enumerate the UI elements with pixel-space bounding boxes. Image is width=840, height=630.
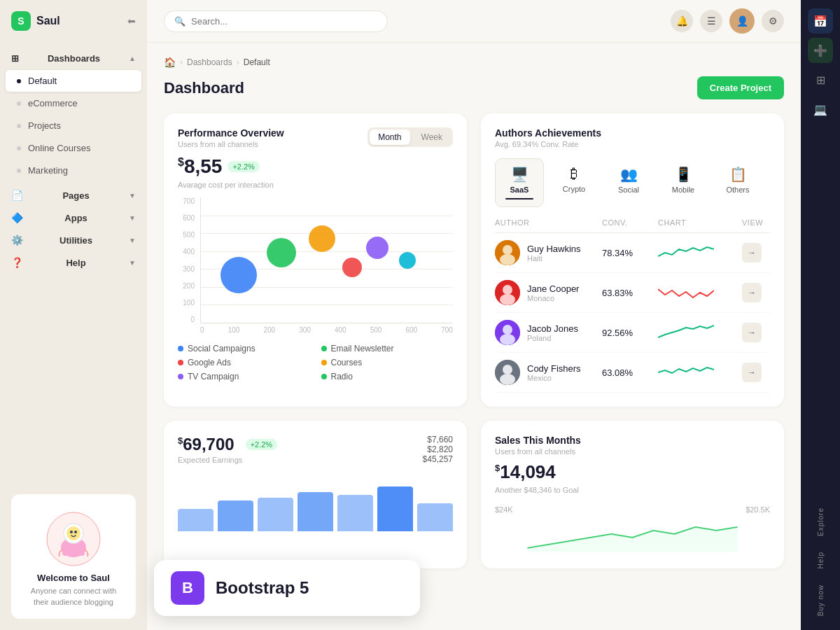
- settings-icon-btn[interactable]: ⚙: [762, 10, 784, 32]
- avatar-0: [495, 240, 520, 265]
- legend-email-newsletter: Email Newsletter: [321, 344, 454, 354]
- sidebar-nav: ⊞ Dashboards ▲ Default eCommerce Project…: [0, 42, 147, 483]
- pages-icon: 📄: [11, 190, 23, 201]
- help-icon: ❓: [11, 257, 23, 268]
- legend-courses: Courses: [321, 358, 454, 368]
- author-row-2: Jacob Jones Poland 92.56% →: [495, 313, 770, 353]
- search-input[interactable]: [191, 16, 377, 27]
- nav-group-header-dashboards[interactable]: ⊞ Dashboards ▲: [0, 48, 147, 69]
- bubble-email: [267, 238, 296, 267]
- earnings-badge: +2.2%: [246, 439, 278, 450]
- avatar-2: [495, 320, 520, 345]
- author-row-1: Jane Cooper Monaco 63.83% →: [495, 273, 770, 313]
- sidebar-item-ecommerce[interactable]: eCommerce: [6, 92, 141, 114]
- buy-now-label[interactable]: Buy now: [817, 579, 825, 622]
- chevron-icon: ▼: [129, 259, 136, 267]
- tab-others[interactable]: 📋 Others: [713, 158, 762, 207]
- earnings-card: $69,700 +2.2% Expected Earnings $7,660 $…: [164, 421, 467, 568]
- sidebar-item-online-courses[interactable]: Online Courses: [6, 137, 141, 159]
- sparkline-3: [658, 362, 714, 383]
- page-content: 🏠 › Dashboards › Default Dashboard Creat…: [147, 43, 801, 582]
- active-dot: [17, 79, 21, 83]
- earnings-number: $69,700: [178, 435, 234, 454]
- dot: [17, 102, 21, 106]
- view-btn-0[interactable]: →: [742, 243, 762, 262]
- svg-point-19: [500, 374, 515, 385]
- sparkline-0: [658, 242, 714, 263]
- nav-group-header-apps[interactable]: 🔷 Apps ▼: [0, 206, 147, 229]
- nav-group-header-pages[interactable]: 📄 Pages ▼: [0, 184, 147, 206]
- sidebar-item-default[interactable]: Default: [6, 70, 141, 92]
- sidebar-item-projects[interactable]: Projects: [6, 115, 141, 136]
- performance-card-header: Performance Overview Users from all chan…: [178, 127, 453, 148]
- tab-crypto[interactable]: ₿ Crypto: [550, 158, 598, 207]
- menu-icon-btn[interactable]: ☰: [700, 10, 722, 32]
- tab-social[interactable]: 👥 Social: [604, 158, 653, 207]
- sparkline-1: [658, 282, 714, 303]
- bubble-radio: [399, 252, 416, 269]
- chevron-icon: ▼: [129, 237, 136, 244]
- svg-point-10: [500, 254, 515, 265]
- tab-mobile[interactable]: 📱 Mobile: [659, 158, 708, 207]
- explore-label[interactable]: Explore: [817, 502, 825, 542]
- authors-title: Authors Achievements: [495, 127, 601, 139]
- bubble-chart-container: 700 600 500 400 300 200 100 0: [178, 197, 453, 334]
- author-row-3: Cody Fishers Mexico 63.08% →: [495, 353, 770, 393]
- notification-icon-btn[interactable]: 🔔: [671, 10, 693, 32]
- svg-point-16: [500, 334, 515, 345]
- dot: [17, 146, 21, 150]
- tab-month[interactable]: Month: [370, 130, 410, 145]
- sidebar: S Saul ⬅ ⊞ Dashboards ▲ Default eCommerc…: [0, 0, 147, 630]
- bubble-social: [220, 257, 257, 293]
- help-label[interactable]: Help: [817, 546, 825, 575]
- sidebar-logo: S: [11, 11, 31, 31]
- view-btn-3[interactable]: →: [742, 363, 762, 382]
- sales-goal: Another $48,346 to Goal: [495, 486, 770, 494]
- mobile-icon: 📱: [675, 166, 692, 183]
- bootstrap-title: Bootstrap 5: [216, 578, 309, 598]
- code-icon-btn[interactable]: 💻: [808, 97, 833, 122]
- sidebar-item-marketing[interactable]: Marketing: [6, 160, 141, 181]
- create-project-button[interactable]: Create Project: [697, 76, 784, 99]
- tab-saas[interactable]: 🖥️ SaaS: [495, 158, 544, 207]
- welcome-card: Welcome to Saul Anyone can connect with …: [11, 494, 136, 619]
- svg-point-13: [500, 294, 515, 305]
- tab-week[interactable]: Week: [413, 130, 451, 145]
- performance-tab-group: Month Week: [368, 127, 453, 147]
- apps-icon: 🔷: [11, 212, 23, 223]
- calendar-icon-btn[interactable]: 📅: [808, 8, 833, 34]
- breadcrumb: 🏠 › Dashboards › Default: [164, 57, 784, 68]
- main-wrapper: 🔍 🔔 ☰ 👤 ⚙ 🏠 › Dashboards › Default Dashb…: [147, 0, 840, 630]
- settings-icon-btn-2[interactable]: ⊞: [808, 67, 833, 92]
- sidebar-bottom: Welcome to Saul Anyone can connect with …: [0, 483, 147, 630]
- topbar: 🔍 🔔 ☰ 👤 ⚙: [147, 0, 801, 43]
- nav-group-header-help[interactable]: ❓ Help ▼: [0, 251, 147, 274]
- view-btn-2[interactable]: →: [742, 323, 762, 342]
- right-panel: 📅 ➕ ⊞ 💻 Explore Help Buy now: [801, 0, 840, 630]
- svg-point-5: [74, 531, 77, 533]
- legend-radio: Radio: [321, 372, 454, 382]
- back-icon[interactable]: ⬅: [127, 15, 136, 27]
- authors-card: Authors Achievements Avg. 69.34% Conv. R…: [481, 113, 784, 407]
- author-tabs: 🖥️ SaaS ₿ Crypto 👥 Social: [495, 158, 770, 207]
- chevron-icon: ▼: [129, 192, 136, 200]
- nav-group-header-utilities[interactable]: ⚙️ Utilities ▼: [0, 229, 147, 251]
- performance-subtitle: Users from all channels: [178, 140, 284, 148]
- add-icon-btn[interactable]: ➕: [808, 38, 833, 63]
- sparkline-2: [658, 322, 714, 343]
- chart-legend: Social Campaigns Email Newsletter Google…: [178, 344, 453, 382]
- svg-marker-20: [528, 527, 738, 552]
- big-number: $8,55: [178, 155, 222, 178]
- bootstrap-overlay: B Bootstrap 5: [154, 560, 420, 616]
- avatar-3: [495, 360, 520, 385]
- user-avatar[interactable]: 👤: [729, 8, 755, 34]
- svg-point-18: [503, 365, 512, 374]
- dot: [17, 169, 21, 173]
- breadcrumb-dashboards[interactable]: Dashboards: [187, 57, 232, 67]
- performance-card: Performance Overview Users from all chan…: [164, 113, 467, 407]
- main-content: 🔍 🔔 ☰ 👤 ⚙ 🏠 › Dashboards › Default Dashb…: [147, 0, 801, 630]
- stats-row: $69,700 +2.2% Expected Earnings $7,660 $…: [164, 421, 784, 568]
- performance-badge: +2.2%: [227, 161, 260, 172]
- view-btn-1[interactable]: →: [742, 283, 762, 302]
- svg-point-12: [503, 285, 512, 295]
